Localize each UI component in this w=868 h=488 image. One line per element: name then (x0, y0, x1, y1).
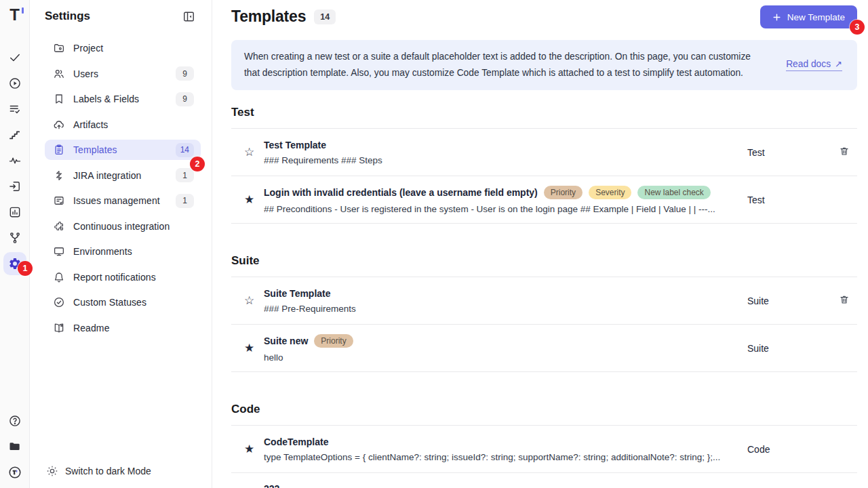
template-type-label: Code (747, 444, 831, 455)
check-icon[interactable] (3, 46, 26, 69)
template-type-label: Test (747, 195, 831, 205)
template-title-line: 222 (264, 483, 734, 488)
sidebar-item-issues-management[interactable]: Issues management1 (45, 190, 201, 211)
sidebar-item-report-notifications[interactable]: Report notifications (45, 267, 201, 287)
puzzle-icon (53, 220, 65, 232)
section-title: Suite (231, 254, 857, 277)
sidebar-item-label: Templates (73, 144, 176, 155)
sidebar-menu: ProjectUsers9Labels & Fields9ArtifactsTe… (30, 38, 212, 343)
template-row[interactable]: ☆Suite Template### Pre-RequirementsSuite (231, 277, 857, 325)
template-row[interactable]: ☆222test(`should send header ${header} w… (231, 473, 857, 488)
annotation-step-1: 1 (18, 261, 33, 276)
dark-mode-toggle[interactable]: Switch to dark Mode (30, 454, 212, 488)
template-row[interactable]: ★Login with invalid credentials (leave a… (231, 176, 857, 224)
monitor-icon (53, 245, 65, 258)
users-icon (53, 68, 65, 80)
star-filled-icon[interactable]: ★ (244, 443, 254, 455)
logo-circle-icon[interactable] (3, 461, 26, 484)
template-title-line: Suite newPriority (264, 334, 734, 348)
sidebar-item-label: Report notifications (73, 272, 194, 283)
read-docs-link[interactable]: Read docs ↗ (786, 59, 842, 71)
clipboard-icon (53, 144, 65, 156)
external-link-icon: ↗ (835, 59, 842, 69)
trash-column (831, 146, 857, 159)
template-row[interactable]: ★Suite newPriorityhelloSuite (231, 325, 857, 372)
template-section-suite: Suite☆Suite Template### Pre-Requirements… (231, 254, 857, 372)
sidebar-item-templates[interactable]: Templates14 (45, 140, 201, 160)
template-type-label: Suite (747, 296, 831, 306)
app-logo[interactable]: T (9, 7, 20, 23)
template-row[interactable]: ★CodeTemplatetype TemplateOptions = { cl… (231, 426, 857, 473)
bell-icon (53, 271, 65, 283)
sidebar-item-label: Environments (73, 246, 194, 257)
import-icon[interactable] (3, 175, 26, 198)
trash-icon[interactable] (839, 146, 850, 159)
star-outline-icon[interactable]: ☆ (244, 295, 254, 306)
star-column: ☆ (231, 295, 264, 306)
template-title: 222 (264, 483, 279, 488)
sidebar-item-continuous-integration[interactable]: Continuous integration (45, 216, 201, 237)
sidebar-item-environments[interactable]: Environments (45, 241, 201, 262)
sun-icon (46, 465, 58, 477)
template-title: CodeTemplate (264, 436, 328, 447)
steps-icon[interactable] (3, 123, 26, 146)
annotation-step-2: 2 (190, 157, 205, 171)
star-filled-icon[interactable]: ★ (244, 342, 254, 354)
sidebar-item-label: Artifacts (73, 119, 194, 130)
new-template-label: New Template (787, 12, 845, 22)
play-circle-icon[interactable] (3, 72, 26, 95)
sidebar-item-readme[interactable]: Readme (45, 318, 201, 338)
trash-column (831, 294, 857, 308)
label-tag: New label check (637, 186, 710, 199)
plus-icon (772, 13, 781, 22)
sidebar-item-jira-integration[interactable]: JIRA integration1 (45, 165, 201, 186)
templates-count-badge: 14 (314, 9, 336, 24)
sidebar-item-label: Labels & Fields (73, 94, 176, 104)
star-outline-icon[interactable]: ☆ (244, 146, 254, 158)
star-column: ★ (231, 342, 264, 354)
template-row[interactable]: ☆Test Template### Requirements ### Steps… (231, 129, 857, 176)
sidebar-item-count-badge: 9 (176, 92, 194, 106)
branch-icon[interactable] (3, 226, 26, 249)
folder-icon[interactable] (3, 435, 26, 458)
template-row-content: 222test(`should send header ${header} wi… (264, 483, 747, 488)
new-template-button[interactable]: New Template (760, 5, 857, 28)
template-row-content: CodeTemplatetype TemplateOptions = { cli… (264, 436, 747, 462)
sidebar-item-project[interactable]: Project (45, 38, 201, 58)
star-filled-icon[interactable]: ★ (244, 194, 254, 205)
template-section-test: Test☆Test Template### Requirements ### S… (231, 106, 857, 224)
issues-icon (53, 195, 65, 207)
banner-text: When creating a new test or a suite a de… (244, 49, 766, 81)
list-check-icon[interactable] (3, 98, 26, 121)
template-row-content: Test Template### Requirements ### Steps (264, 140, 747, 165)
settings-sidebar: Settings ProjectUsers9Labels & Fields9Ar… (30, 0, 212, 488)
sidebar-item-label: JIRA integration (73, 170, 176, 181)
app-logo-letter: T (9, 5, 20, 24)
template-type-label: Suite (747, 343, 831, 354)
sidebar-item-custom-statuses[interactable]: Custom Statuses (45, 292, 201, 312)
bar-chart-icon[interactable] (3, 201, 26, 224)
template-type-label: Test (747, 147, 831, 158)
icon-rail: T (0, 0, 30, 488)
star-column: ★ (231, 443, 264, 455)
template-section-code: Code★CodeTemplatetype TemplateOptions = … (231, 403, 857, 488)
label-tag: Severity (589, 186, 631, 199)
help-circle-icon[interactable] (3, 409, 26, 432)
sidebar-item-label: Project (73, 43, 194, 54)
sidebar-item-users[interactable]: Users9 (45, 64, 201, 84)
sidebar-item-labels-fields[interactable]: Labels & Fields9 (45, 89, 201, 109)
section-title: Code (231, 403, 857, 426)
sidebar-item-count-badge: 1 (176, 194, 194, 208)
pulse-icon[interactable] (3, 149, 26, 172)
template-row-content: Suite newPriorityhello (264, 334, 747, 363)
template-row-content: Suite Template### Pre-Requirements (264, 288, 747, 314)
sidebar-item-label: Readme (73, 323, 194, 333)
label-tag: Priority (314, 334, 353, 348)
trash-icon[interactable] (839, 294, 850, 308)
star-column: ☆ (231, 146, 264, 158)
template-title-line: Login with invalid credentials (leave a … (264, 186, 734, 199)
cloud-upload-icon (53, 119, 65, 131)
sidebar-item-label: Issues management (73, 195, 176, 206)
sidebar-item-artifacts[interactable]: Artifacts (45, 115, 201, 135)
collapse-sidebar-icon[interactable] (182, 10, 195, 23)
